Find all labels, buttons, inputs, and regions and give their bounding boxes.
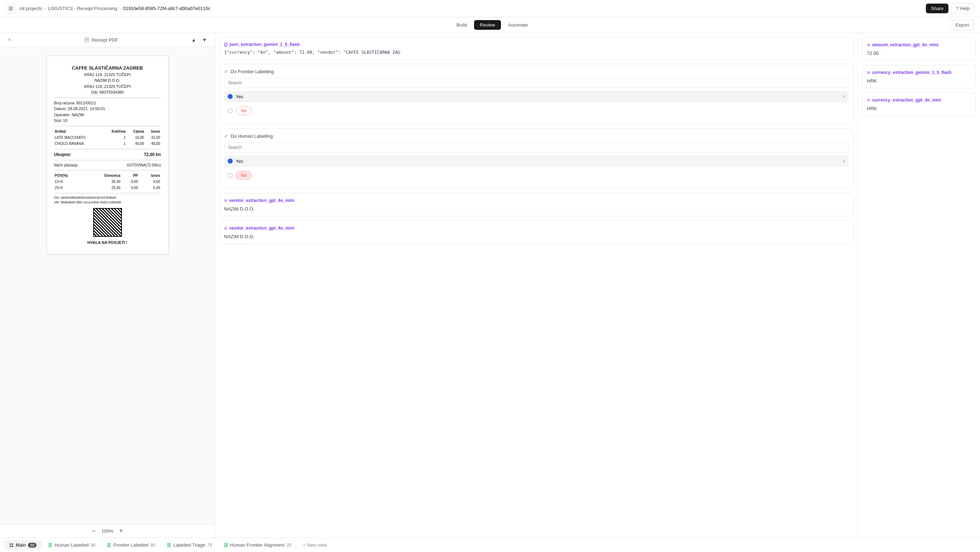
- help-button[interactable]: ? Help: [951, 3, 974, 14]
- breadcrumb-sep1: ›: [45, 6, 46, 11]
- currency-card2-title: currency_extraction_gpt_4o_mini: [872, 97, 941, 103]
- json-extraction-card: {} json_extraction_gemini_1_5_flash {"cu…: [220, 37, 853, 60]
- json-card-title: json_extraction_gemini_1_5_flash: [229, 42, 299, 47]
- zoom-bar: − 100% +: [0, 524, 215, 538]
- main-count-badge: 80: [28, 542, 37, 548]
- receipt-address2: KRAJ 119, 21325 TUČEPI: [54, 84, 161, 90]
- human-no-label: No: [228, 171, 252, 180]
- svg-rect-19: [167, 546, 171, 547]
- right-panel: {} json_extraction_gemini_1_5_flash {"cu…: [215, 33, 980, 538]
- human-yes-option[interactable]: Yes ×: [224, 155, 849, 167]
- amount-card-header: ≡ amount_extraction_gpt_4o_mini: [867, 42, 971, 48]
- currency-card1-title: currency_extraction_gemini_1_5_flash: [872, 70, 951, 75]
- vendor-card2-content: NAZIM D.O.O.: [224, 234, 849, 239]
- tax-row2-a: 25,60: [84, 185, 121, 191]
- all-projects-link[interactable]: All projects: [19, 6, 42, 11]
- svg-rect-14: [107, 543, 111, 544]
- tab-review[interactable]: Review: [474, 20, 501, 30]
- export-button[interactable]: Export: [950, 20, 974, 30]
- list-icon-5: ≡: [867, 97, 870, 103]
- frontier-search-input[interactable]: [224, 78, 849, 88]
- table-icon-3: [167, 543, 171, 547]
- item2-price: 40,00: [126, 141, 145, 147]
- receipt-stol: Stol: 10: [54, 118, 161, 124]
- list-icon-2: ≡: [224, 225, 227, 231]
- frontier-yes-clear-button[interactable]: ×: [842, 94, 845, 99]
- svg-rect-8: [12, 543, 13, 545]
- item1-qty: 2: [103, 135, 126, 141]
- table-icon-1: [48, 543, 52, 547]
- frontier-no-button[interactable]: No: [235, 107, 252, 115]
- main-area: × Receipt PDF ▲ ▼ CAFFE SLASTIČARNA ZAGR…: [0, 33, 980, 538]
- human-yes-label: Yes: [228, 159, 243, 164]
- table-icon-2: [107, 543, 111, 547]
- bottom-tab-human-frontier[interactable]: Human-Frontier Alignment 25: [219, 540, 296, 550]
- grid-icon: [10, 543, 14, 547]
- next-record-button[interactable]: ▼: [200, 36, 209, 43]
- bottom-tab-labelled-triage[interactable]: Labelled Triage 79: [162, 540, 217, 550]
- nav-actions: Share ? Help: [926, 3, 974, 14]
- frontier-no-option[interactable]: No: [224, 103, 849, 118]
- currency-card-2: ≡ currency_extraction_gpt_4o_mini HRK: [862, 92, 976, 116]
- tax-row1: 13+0: [54, 179, 84, 185]
- item1-name: LATE MACCHIATO: [54, 135, 103, 141]
- bottom-tab-main[interactable]: Main 80: [4, 540, 41, 550]
- item2-qty: 1: [103, 141, 126, 147]
- currency-card1-content: HRK: [867, 78, 971, 84]
- check-icon2: ✓: [224, 133, 228, 139]
- receipt-total: Ukupno: 72,00 kn: [54, 151, 161, 158]
- human-yes-clear-button[interactable]: ×: [842, 158, 845, 164]
- close-panel-button[interactable]: ×: [6, 36, 13, 44]
- tab-automate[interactable]: Automate: [503, 20, 534, 30]
- list-icon-1: ≡: [224, 197, 227, 204]
- receipt-payment: Način plaćanja GOTOVINA(72.00kn): [54, 162, 161, 168]
- col-cijena: Cijena: [126, 129, 145, 135]
- left-panel: × Receipt PDF ▲ ▼ CAFFE SLASTIČARNA ZAGR…: [0, 33, 215, 538]
- frontier-yes-option[interactable]: Yes ×: [224, 91, 849, 102]
- bottom-tab-frontier-labelled[interactable]: Frontier Labelled 80: [102, 540, 160, 550]
- tab-bar-center: Build Review Automate: [451, 20, 534, 30]
- table-row: 13+0 35,40 0,00 4,60: [54, 179, 161, 185]
- human-no-option[interactable]: No: [224, 168, 849, 183]
- pov-label: POV(%): [54, 172, 84, 179]
- svg-rect-18: [167, 545, 171, 546]
- results-right-column: ≡ amount_extraction_gpt_4o_mini 72.00 ≡ …: [858, 33, 980, 538]
- vendor-card1-title: vendor_extraction_gpt_4o_mini: [229, 198, 294, 203]
- new-view-button[interactable]: + New view: [298, 540, 332, 550]
- tab-build[interactable]: Build: [451, 20, 473, 30]
- breadcrumb-sep2: ›: [119, 6, 121, 11]
- frontier-labelling-card: ✓ Do Frontier Labelling Yes × No: [220, 64, 853, 124]
- zoom-in-button[interactable]: +: [119, 527, 123, 535]
- human-no-button[interactable]: No: [235, 171, 252, 180]
- list-icon-3: ≡: [867, 42, 870, 48]
- bottom-tab-main-label: Main: [16, 542, 26, 548]
- zoom-out-button[interactable]: −: [92, 527, 96, 535]
- svg-rect-17: [167, 543, 171, 544]
- prev-record-button[interactable]: ▲: [189, 36, 198, 43]
- tax-row2-b: 0,00: [121, 185, 139, 191]
- pp-label: PP: [121, 172, 139, 179]
- svg-rect-1: [9, 8, 13, 9]
- col-kolicina: Količina: [103, 129, 126, 135]
- labelled-triage-label: Labelled Triage: [173, 542, 205, 548]
- osnova-label: Osnovica: [84, 172, 121, 179]
- item1-price: 16,00: [126, 135, 145, 141]
- receipt-oib: Oib: 68375504380: [54, 89, 161, 95]
- share-button[interactable]: Share: [926, 3, 948, 13]
- receipt-items-table: Artikal Količina Cijena Iznos LATE MACCH…: [54, 129, 161, 147]
- bottom-tab-human-labelled[interactable]: Human Labelled 80: [43, 540, 100, 550]
- json-card-header: {} json_extraction_gemini_1_5_flash: [224, 42, 849, 47]
- bottom-tab-bar: Main 80 Human Labelled 80 Frontier Label…: [0, 538, 980, 552]
- vendor-card-2: ≡ vendor_extraction_gpt_4o_mini NAZIM D.…: [220, 221, 853, 244]
- receipt-date: Datum: 28.08.2021. 14:50:01: [54, 106, 161, 112]
- human-labelling-header: ✓ Do Human Labelling: [224, 133, 849, 139]
- sidebar-toggle-button[interactable]: [6, 3, 16, 14]
- svg-rect-2: [9, 10, 13, 10]
- frontier-labelling-header: ✓ Do Frontier Labelling: [224, 68, 849, 74]
- panel-title: Receipt PDF: [84, 37, 118, 43]
- human-search-input[interactable]: [224, 142, 849, 153]
- svg-rect-9: [10, 546, 11, 547]
- tax-row1-b: 0,00: [121, 179, 139, 185]
- project-link[interactable]: LOGISTICS - Receipt Processing: [48, 6, 117, 11]
- item2-amount: 40,00: [145, 141, 161, 147]
